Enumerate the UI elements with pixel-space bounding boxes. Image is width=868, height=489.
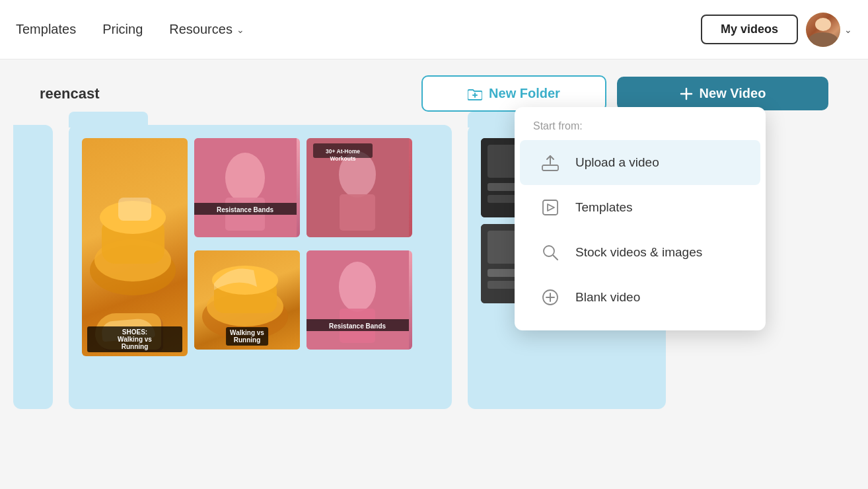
svg-text:Workouts: Workouts (330, 155, 355, 162)
main-content: reencast New Folder New Video (0, 59, 868, 489)
upload-icon (538, 151, 562, 174)
avatar-chevron-icon: ⌄ (844, 24, 852, 35)
folder-card-1[interactable]: SHOES:Walking vsRunning Resistance Bands (69, 125, 452, 409)
nav-pricing[interactable]: Pricing (102, 22, 143, 37)
dropdown-item-templates[interactable]: Templates (520, 185, 760, 230)
thumb-bigshoe: Walking vsRunning (194, 250, 300, 350)
svg-text:30+ At-Home: 30+ At-Home (326, 148, 360, 155)
folder-partial (13, 125, 53, 409)
avatar (806, 13, 840, 47)
avatar-image (806, 13, 840, 47)
new-video-plus-icon (680, 87, 693, 100)
template-icon (538, 196, 562, 219)
svg-text:Resistance Bands: Resistance Bands (217, 206, 274, 213)
svg-text:Resistance Bands: Resistance Bands (329, 322, 386, 330)
avatar-wrapper[interactable]: ⌄ (806, 13, 852, 47)
svg-point-40 (544, 246, 554, 256)
resources-chevron-icon: ⌄ (236, 24, 244, 35)
dropdown-item-upload[interactable]: Upload a video (520, 140, 760, 185)
new-video-dropdown: Start from: Upload a video Templates (515, 107, 766, 330)
workout-svg: 30+ At-Home Workouts (307, 138, 409, 237)
new-video-button[interactable]: New Video (617, 77, 828, 110)
thumb-shoe: SHOES:Walking vsRunning (82, 138, 188, 356)
resistance1-svg: Resistance Bands (194, 138, 297, 237)
svg-rect-16 (340, 194, 375, 231)
resistance2-svg: Resistance Bands (307, 250, 409, 350)
nav-resources[interactable]: Resources ⌄ (169, 22, 244, 37)
bigshoe-label: Walking vsRunning (226, 327, 268, 346)
new-folder-button[interactable]: New Folder (421, 75, 606, 112)
dropdown-blank-label: Blank video (575, 290, 640, 305)
plus-icon (538, 285, 562, 309)
header: Templates Pricing Resources ⌄ My videos … (0, 0, 868, 59)
thumb-resistance1: Resistance Bands (194, 138, 300, 237)
dropdown-title: Start from: (515, 120, 766, 140)
dropdown-item-stock[interactable]: Stock videos & images (520, 230, 760, 275)
header-right: My videos ⌄ (701, 13, 852, 47)
svg-rect-38 (543, 200, 558, 215)
svg-rect-37 (542, 165, 558, 170)
dropdown-templates-label: Templates (575, 200, 633, 215)
dropdown-upload-label: Upload a video (575, 155, 659, 170)
svg-point-25 (339, 262, 376, 312)
svg-rect-8 (118, 198, 151, 221)
page-title: reencast (40, 85, 100, 102)
svg-marker-39 (548, 204, 554, 211)
nav: Templates Pricing Resources ⌄ (16, 22, 244, 37)
thumb-resistance2: Resistance Bands (307, 250, 412, 350)
nav-templates[interactable]: Templates (16, 22, 76, 37)
dropdown-item-blank[interactable]: Blank video (520, 275, 760, 320)
dropdown-stock-label: Stock videos & images (575, 245, 702, 260)
svg-point-10 (225, 153, 265, 203)
thumb-workout: 30+ At-Home Workouts (307, 138, 412, 237)
new-folder-icon (468, 87, 482, 100)
svg-line-41 (554, 256, 558, 260)
search-icon (538, 241, 562, 264)
folder1-grid: SHOES:Walking vsRunning Resistance Bands (82, 138, 439, 356)
my-videos-button[interactable]: My videos (701, 15, 798, 44)
shoe-label: SHOES:Walking vsRunning (87, 326, 182, 352)
shoe-svg (82, 138, 184, 343)
